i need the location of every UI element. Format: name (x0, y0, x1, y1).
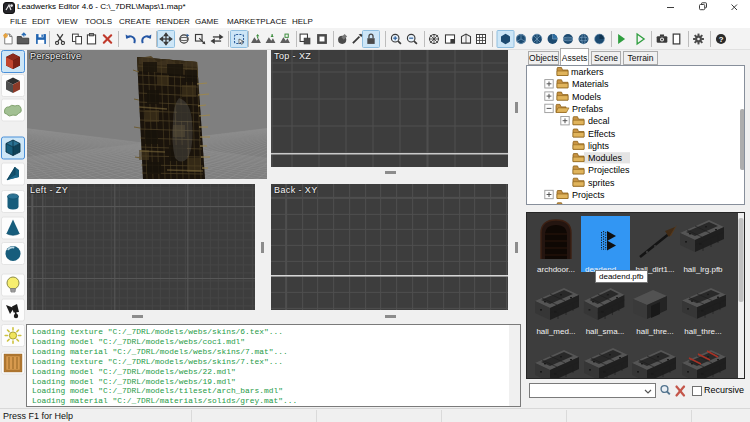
svg-text:hall_sma...: hall_sma... (586, 327, 625, 336)
svg-text:hall_med...: hall_med... (536, 327, 575, 336)
svg-text:archdoor...: archdoor... (537, 265, 575, 274)
svg-text:hall_lrg.pfb: hall_lrg.pfb (683, 265, 723, 274)
svg-text:hall_thre...: hall_thre... (684, 327, 721, 336)
svg-text:?: ? (719, 35, 724, 44)
svg-text:hall_thre...: hall_thre... (636, 327, 673, 336)
